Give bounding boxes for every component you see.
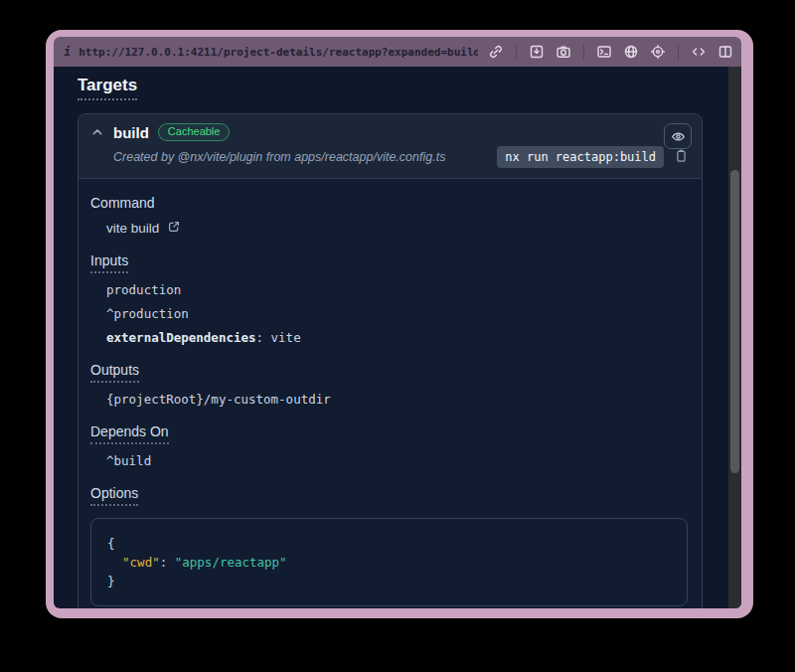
chevron-up-icon[interactable]	[90, 125, 104, 139]
scrollbar-track[interactable]	[728, 67, 741, 608]
copy-icon[interactable]	[672, 148, 690, 166]
cacheable-badge: Cacheable	[158, 123, 231, 141]
url-bar[interactable]: http://127.0.0.1:4211/project-details/re…	[79, 46, 478, 59]
toolbar-actions	[486, 42, 735, 62]
json-colon: :	[160, 555, 175, 570]
toolbar-separator	[583, 45, 584, 60]
command-value-row: vite build	[90, 220, 688, 236]
code-icon[interactable]	[689, 42, 709, 62]
depends-on-heading: Depends On	[90, 423, 169, 444]
input-item: externalDependencies: vite	[90, 330, 688, 345]
input-item: ^production	[90, 306, 688, 321]
page-title: Targets	[78, 69, 703, 100]
build-card-body: Command vite build Inputs	[79, 179, 702, 608]
input-item-key: externalDependencies	[106, 330, 256, 345]
scrollbar-thumb[interactable]	[730, 170, 739, 473]
split-view-icon[interactable]	[716, 42, 735, 62]
options-code-block: { "cwd": "apps/reactapp" }	[90, 518, 688, 606]
terminal-icon[interactable]	[594, 42, 614, 62]
camera-icon[interactable]	[554, 42, 573, 62]
browser-toolbar: i http://127.0.0.1:4211/project-details/…	[54, 37, 741, 67]
section-inputs: Inputs production ^production externalDe…	[90, 252, 688, 345]
input-item-value: : vite	[256, 330, 301, 345]
build-header-subrow: Created by @nx/vite/plugin from apps/rea…	[79, 144, 702, 178]
section-options: Options { "cwd": "apps/reactapp" }	[90, 485, 688, 606]
command-heading: Command	[90, 195, 155, 211]
input-item: production	[90, 282, 688, 297]
globe-icon[interactable]	[621, 42, 641, 62]
section-outputs: Outputs {projectRoot}/my-custom-outdir	[90, 362, 688, 407]
eye-button[interactable]	[664, 123, 692, 149]
page-title-text: Targets	[78, 76, 137, 100]
inputs-heading: Inputs	[90, 252, 128, 273]
target-name: build	[113, 124, 149, 141]
section-command: Command vite build	[90, 195, 688, 236]
options-heading: Options	[90, 485, 138, 506]
build-header-row[interactable]: build Cacheable	[79, 114, 702, 144]
depends-on-item: ^build	[90, 453, 688, 468]
command-value: vite build	[106, 221, 159, 236]
external-link-icon[interactable]	[166, 220, 182, 236]
target-icon[interactable]	[648, 42, 668, 62]
json-open-brace: {	[107, 536, 115, 551]
run-command-chip: nx run reactapp:build	[497, 146, 664, 168]
output-item: {projectRoot}/my-custom-outdir	[90, 392, 688, 407]
info-icon: i	[64, 45, 71, 59]
build-card-header: build Cacheable Created by @nx/vite/plug…	[79, 114, 702, 179]
browser-preview-window: i http://127.0.0.1:4211/project-details/…	[46, 30, 753, 618]
json-key: "cwd"	[122, 555, 160, 570]
link-icon[interactable]	[486, 42, 506, 62]
save-icon[interactable]	[527, 42, 547, 62]
json-close-brace: }	[107, 574, 115, 588]
outputs-heading: Outputs	[90, 362, 139, 383]
toolbar-separator	[516, 45, 517, 60]
created-by-note: Created by @nx/vite/plugin from apps/rea…	[113, 150, 489, 164]
desktop-background: i http://127.0.0.1:4211/project-details/…	[0, 0, 795, 672]
json-indent	[107, 555, 122, 570]
toolbar-separator	[678, 45, 679, 60]
json-string-value: "apps/reactapp"	[175, 555, 287, 570]
section-depends-on: Depends On ^build	[90, 423, 688, 468]
target-card-build: build Cacheable Created by @nx/vite/plug…	[78, 113, 703, 608]
page-content: Targets build Cacheable	[54, 67, 741, 608]
